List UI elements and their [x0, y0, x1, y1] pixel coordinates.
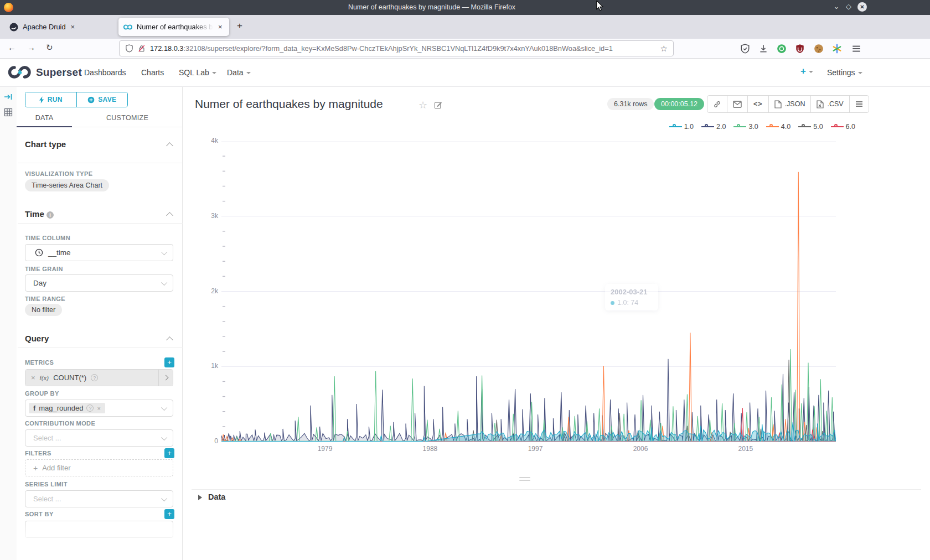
nav-charts[interactable]: Charts	[141, 68, 164, 77]
chart-menu-button[interactable]	[850, 96, 869, 112]
time-grain-value: Day	[33, 279, 46, 287]
bookmark-star-icon[interactable]: ☆	[660, 44, 668, 54]
chevron-down-icon	[809, 71, 813, 73]
new-item-button[interactable]: +	[800, 66, 813, 77]
nav-dashboards[interactable]: Dashboards	[84, 68, 126, 77]
add-sort-by-button[interactable]: +	[164, 509, 174, 519]
menu-hamburger-icon[interactable]	[851, 44, 861, 54]
forward-button[interactable]: →	[27, 43, 35, 52]
section-chart-type: Chart type	[25, 139, 66, 149]
time-range-label: TIME RANGE	[25, 295, 65, 302]
timeseries-area-chart[interactable]	[221, 141, 836, 442]
legend-item[interactable]: 1.0	[669, 123, 694, 131]
time-range-pill[interactable]: No filter	[25, 304, 62, 316]
clock-icon	[35, 248, 43, 257]
divider	[18, 163, 183, 163]
extension-green-icon[interactable]	[777, 44, 787, 54]
favorite-star-icon[interactable]: ☆	[418, 99, 427, 111]
data-pane-title[interactable]: Data	[208, 492, 225, 501]
window-minimize-button[interactable]: ⌄	[831, 2, 841, 11]
tab-data[interactable]: DATA	[17, 110, 72, 127]
url-bar[interactable]: 172.18.0.3:32108/superset/explore/?form_…	[119, 40, 674, 56]
add-metric-button[interactable]: +	[164, 357, 174, 367]
viz-type-pill[interactable]: Time-series Area Chart	[25, 179, 109, 191]
control-panel: RUN SAVE DATA CUSTOMIZE Chart type VISUA…	[17, 87, 183, 560]
remove-tag-icon[interactable]: ×	[97, 405, 100, 412]
contribution-select[interactable]: Select ...	[25, 429, 173, 447]
legend-item[interactable]: 4.0	[766, 123, 790, 131]
expand-data-caret-icon[interactable]	[198, 495, 202, 500]
chevron-down-icon	[161, 434, 167, 440]
plus-circle-icon	[87, 96, 95, 103]
chevron-up-icon[interactable]	[166, 142, 173, 149]
cookie-icon[interactable]	[814, 44, 824, 54]
metric-value: COUNT(*)	[53, 374, 86, 382]
edit-title-icon[interactable]	[434, 101, 442, 109]
chevron-up-icon[interactable]	[166, 212, 173, 219]
groupby-value: mag_rounded	[39, 404, 83, 412]
expand-panel-icon[interactable]	[4, 93, 13, 101]
tab-close-icon[interactable]: ×	[71, 23, 75, 31]
tab-close-icon[interactable]: ×	[218, 23, 223, 31]
reload-button[interactable]: ↻	[46, 43, 53, 53]
browser-tab-superset-chart[interactable]: Numer of earthquakes by ×	[118, 18, 229, 36]
nav-sql-lab[interactable]: SQL Lab	[179, 68, 216, 77]
ublock-shield-icon[interactable]	[795, 44, 805, 54]
export-csv-button[interactable]: .CSV	[811, 96, 849, 112]
tooltip-date: 2002-03-21	[611, 288, 653, 296]
email-button[interactable]	[727, 96, 748, 112]
add-filter-label: Add filter	[42, 464, 70, 472]
insecure-lock-icon[interactable]	[138, 44, 146, 53]
legend-marker-icon	[798, 124, 811, 129]
groupby-chip[interactable]: f mag_rounded ? ×	[29, 403, 105, 413]
embed-code-button[interactable]: <>	[748, 96, 769, 112]
add-filter-plus-button[interactable]: +	[164, 448, 174, 458]
metric-chip[interactable]: × f(x) COUNT(*) ?	[25, 370, 158, 386]
superset-logo[interactable]: Superset	[8, 65, 82, 79]
browser-tab-apache-druid[interactable]: Apache Druid ×	[4, 18, 114, 36]
nav-data[interactable]: Data	[227, 68, 251, 77]
remove-metric-icon[interactable]: ×	[31, 374, 35, 382]
y-tick-label: 2k	[195, 287, 218, 295]
tab-title: Numer of earthquakes by	[137, 23, 213, 31]
time-column-value: __time	[48, 248, 71, 257]
tracking-shield-icon[interactable]	[125, 44, 133, 53]
extension-asterisk-icon[interactable]	[832, 44, 842, 54]
series-limit-select[interactable]: Select ...	[25, 490, 173, 507]
dataset-grid-icon[interactable]	[4, 108, 13, 117]
chevron-down-icon	[161, 404, 167, 410]
placeholder: Select ...	[33, 495, 61, 503]
legend-item[interactable]: 5.0	[798, 123, 823, 131]
add-filter-box[interactable]: + Add filter	[25, 459, 173, 476]
chevron-down-icon	[161, 495, 167, 501]
export-json-button[interactable]: .JSON	[769, 96, 812, 112]
copy-link-button[interactable]	[707, 96, 727, 112]
protections-shield-icon[interactable]	[740, 44, 750, 54]
save-button[interactable]: SAVE	[76, 92, 128, 107]
legend-marker-icon	[831, 124, 844, 129]
nav-settings[interactable]: Settings	[827, 68, 862, 77]
nav-settings-label: Settings	[827, 68, 855, 77]
panel-bottom-fade	[17, 525, 182, 560]
new-tab-button[interactable]: +	[237, 20, 242, 32]
timer-badge: 00:00:05.12	[654, 98, 704, 110]
url-text[interactable]: 172.18.0.3:32108/superset/explore/?form_…	[150, 44, 660, 53]
pane-resize-handle[interactable]	[519, 477, 530, 483]
browser-tabstrip: Apache Druid × Numer of earthquakes by ×…	[0, 15, 930, 39]
metric-expand-caret[interactable]	[158, 370, 173, 386]
time-grain-select[interactable]: Day	[25, 274, 173, 292]
window-close-button[interactable]: ✕	[857, 2, 867, 12]
window-maximize-button[interactable]: ◇	[844, 2, 854, 11]
run-button[interactable]: RUN	[25, 92, 76, 107]
time-column-select[interactable]: __time	[25, 244, 173, 261]
legend-item[interactable]: 6.0	[831, 123, 855, 131]
hamburger-icon	[855, 101, 863, 107]
groupby-select[interactable]: f mag_rounded ? ×	[25, 400, 173, 417]
back-button[interactable]: ←	[8, 43, 16, 52]
metric-item[interactable]: × f(x) COUNT(*) ?	[25, 369, 173, 386]
chevron-up-icon[interactable]	[166, 336, 173, 344]
legend-item[interactable]: 2.0	[701, 123, 726, 131]
tab-customize[interactable]: CUSTOMIZE	[72, 110, 183, 127]
legend-item[interactable]: 3.0	[733, 123, 758, 131]
downloads-icon[interactable]	[758, 44, 768, 54]
